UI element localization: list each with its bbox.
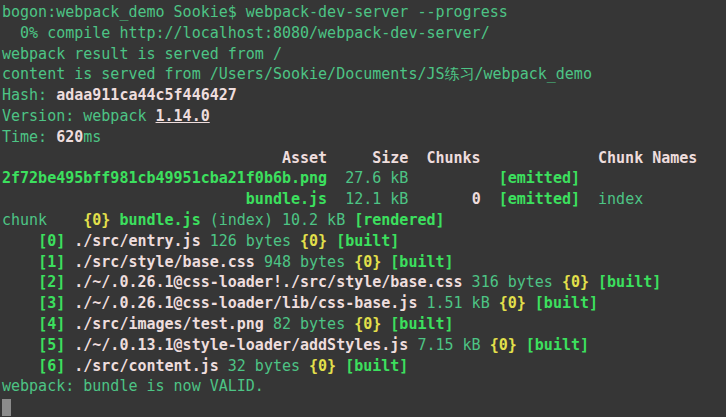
text-segment: [built] [345, 357, 408, 375]
cursor-line [2, 397, 726, 417]
text-segment: ./~/.0.13.1@style-loader/addStyles.js [74, 336, 408, 354]
text-segment: ms [83, 128, 101, 146]
text-segment: {0} [354, 253, 381, 271]
text-segment: (index) 10.2 kB [201, 211, 355, 229]
text-segment [526, 294, 535, 312]
text-segment: 2f72be495bff981cb49951cba21f0b6b.png [2, 169, 327, 187]
text-segment: {0} [499, 294, 526, 312]
bundle-valid-line: webpack: bundle is now VALID. [2, 376, 726, 397]
text-segment [327, 232, 336, 250]
text-segment [481, 190, 499, 208]
module-row-0: [0] ./src/entry.js 126 bytes {0} [built] [2, 231, 726, 252]
asset-row-png: 2f72be495bff981cb49951cba21f0b6b.png 27.… [2, 168, 726, 189]
text-segment: ./src/images/test.png [74, 315, 264, 333]
version-line: Version: webpack 1.14.0 [2, 106, 726, 127]
text-segment: ./src/entry.js [74, 232, 200, 250]
text-segment: 27.6 kB [327, 169, 499, 187]
text-segment: {0} [309, 357, 336, 375]
text-segment: 7.15 kB [408, 336, 489, 354]
text-segment: 12.1 kB [327, 190, 472, 208]
text-segment: 1.14.0 [156, 107, 210, 125]
terminal-output: bogon:webpack_demo Sookie$ webpack-dev-s… [2, 2, 726, 417]
chunk-summary-line: chunk {0} bundle.js (index) 10.2 kB [ren… [2, 210, 726, 231]
text-segment: [built] [390, 315, 453, 333]
text-segment: 82 bytes [264, 315, 354, 333]
module-row-2: [2] ./~/.0.26.1@css-loader!./src/style/b… [2, 272, 726, 293]
text-segment: [rendered] [354, 211, 444, 229]
text-segment [2, 232, 38, 250]
prompt-command-line: bogon:webpack_demo Sookie$ webpack-dev-s… [2, 2, 726, 23]
module-row-4: [4] ./src/images/test.png 82 bytes {0} [… [2, 314, 726, 335]
text-segment [381, 315, 390, 333]
text-segment: adaa911ca44c5f446427 [56, 86, 237, 104]
text-segment: 316 bytes [463, 273, 562, 291]
text-segment: Asset Size Chunks Chunk Names [2, 149, 697, 167]
text-segment: Hash: [2, 86, 56, 104]
text-segment: [built] [336, 232, 399, 250]
text-segment: ./~/.0.26.1@css-loader/lib/css-base.js [74, 294, 417, 312]
text-segment [2, 273, 38, 291]
text-segment [517, 336, 526, 354]
text-segment [2, 190, 246, 208]
text-segment: [built] [526, 336, 589, 354]
text-segment [65, 273, 74, 291]
text-segment: {0} [562, 273, 589, 291]
text-segment: content is served from /Users/Sookie/Doc… [2, 65, 592, 83]
asset-row-bundle: bundle.js 12.1 kB 0 [emitted] index [2, 189, 726, 210]
text-segment: 1.51 kB [417, 294, 498, 312]
text-segment [2, 315, 38, 333]
text-segment: [4] [38, 315, 65, 333]
text-segment: [1] [38, 253, 65, 271]
text-segment: [built] [390, 253, 453, 271]
text-segment: Time: [2, 128, 56, 146]
module-row-5: [5] ./~/.0.13.1@style-loader/addStyles.j… [2, 335, 726, 356]
text-segment: webpack: bundle is now VALID. [2, 377, 264, 395]
text-segment [65, 357, 74, 375]
text-segment: [3] [38, 294, 65, 312]
text-segment: bundle.js [119, 211, 200, 229]
text-segment [336, 357, 345, 375]
text-segment: index [580, 190, 643, 208]
text-segment [65, 336, 74, 354]
asset-table-header: Asset Size Chunks Chunk Names [2, 148, 726, 169]
text-segment: ./src/style/base.css [74, 253, 255, 271]
text-segment [2, 336, 38, 354]
text-segment: [built] [598, 273, 661, 291]
text-segment [381, 253, 390, 271]
text-segment: [emitted] [499, 169, 580, 187]
text-segment: [6] [38, 357, 65, 375]
text-segment: ./src/content.js [74, 357, 219, 375]
text-segment: {0} [300, 232, 327, 250]
module-row-6: [6] ./src/content.js 32 bytes {0} [built… [2, 356, 726, 377]
text-segment: ./~/.0.26.1@css-loader!./src/style/base.… [74, 273, 462, 291]
text-segment [589, 273, 598, 291]
text-segment: [built] [535, 294, 598, 312]
text-segment: {0} [354, 315, 381, 333]
text-segment: [5] [38, 336, 65, 354]
text-segment: [emitted] [499, 190, 580, 208]
terminal-cursor [2, 399, 11, 416]
text-segment: [0] [38, 232, 65, 250]
text-segment: bundle.js [246, 190, 327, 208]
text-segment: [2] [38, 273, 65, 291]
text-segment [2, 253, 38, 271]
terminal-screen[interactable]: bogon:webpack_demo Sookie$ webpack-dev-s… [0, 0, 726, 417]
module-row-3: [3] ./~/.0.26.1@css-loader/lib/css-base.… [2, 293, 726, 314]
text-segment: webpack result is served from / [2, 45, 282, 63]
text-segment: 0% compile http://localhost:8080/webpack… [2, 24, 490, 42]
text-segment: 0 [472, 190, 481, 208]
text-segment [2, 294, 38, 312]
text-segment: 620 [56, 128, 83, 146]
text-segment: bogon:webpack_demo Sookie$ webpack-dev-s… [2, 3, 508, 21]
text-segment: 126 bytes [201, 232, 300, 250]
progress-line: 0% compile http://localhost:8080/webpack… [2, 23, 726, 44]
content-served-line: content is served from /Users/Sookie/Doc… [2, 64, 726, 85]
text-segment: chunk [2, 211, 83, 229]
text-segment [65, 315, 74, 333]
hash-line: Hash: adaa911ca44c5f446427 [2, 85, 726, 106]
text-segment: {0} [83, 211, 110, 229]
time-line: Time: 620ms [2, 127, 726, 148]
text-segment: {0} [490, 336, 517, 354]
module-row-1: [1] ./src/style/base.css 948 bytes {0} [… [2, 252, 726, 273]
result-served-line: webpack result is served from / [2, 44, 726, 65]
